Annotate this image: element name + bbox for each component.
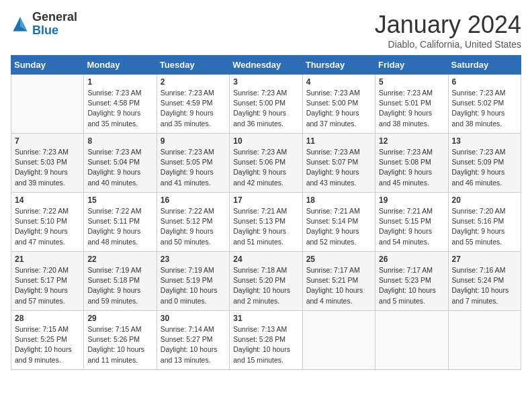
calendar-cell: 26Sunrise: 7:17 AM Sunset: 5:23 PM Dayli…	[375, 252, 448, 311]
header-day-wednesday: Wednesday	[230, 56, 302, 75]
calendar-cell: 7Sunrise: 7:23 AM Sunset: 5:03 PM Daylig…	[11, 134, 84, 193]
calendar-cell: 24Sunrise: 7:18 AM Sunset: 5:20 PM Dayli…	[230, 252, 302, 311]
header-day-sunday: Sunday	[11, 56, 84, 75]
calendar-cell: 30Sunrise: 7:14 AM Sunset: 5:27 PM Dayli…	[157, 311, 229, 370]
cell-content: Sunrise: 7:21 AM Sunset: 5:15 PM Dayligh…	[379, 206, 444, 247]
calendar-body: 1Sunrise: 7:23 AM Sunset: 4:58 PM Daylig…	[11, 75, 521, 370]
calendar-cell	[375, 311, 448, 370]
cell-content: Sunrise: 7:14 AM Sunset: 5:27 PM Dayligh…	[161, 324, 226, 365]
day-number: 11	[306, 136, 371, 146]
day-number: 12	[379, 136, 444, 146]
day-number: 19	[379, 195, 444, 205]
week-row-1: 1Sunrise: 7:23 AM Sunset: 4:58 PM Daylig…	[11, 75, 521, 134]
cell-content: Sunrise: 7:20 AM Sunset: 5:17 PM Dayligh…	[15, 265, 80, 306]
cell-content: Sunrise: 7:22 AM Sunset: 5:10 PM Dayligh…	[15, 206, 80, 247]
day-number: 1	[87, 77, 152, 87]
calendar-title: January 2024	[375, 11, 521, 39]
cell-content: Sunrise: 7:22 AM Sunset: 5:11 PM Dayligh…	[87, 206, 152, 247]
cell-content: Sunrise: 7:21 AM Sunset: 5:14 PM Dayligh…	[306, 206, 371, 247]
calendar-cell: 28Sunrise: 7:15 AM Sunset: 5:25 PM Dayli…	[11, 311, 84, 370]
calendar-cell	[11, 75, 84, 134]
calendar-cell: 27Sunrise: 7:16 AM Sunset: 5:24 PM Dayli…	[448, 252, 521, 311]
day-number: 3	[233, 77, 298, 87]
day-number: 7	[15, 136, 80, 146]
day-number: 26	[379, 255, 444, 264]
calendar-header: SundayMondayTuesdayWednesdayThursdayFrid…	[11, 56, 521, 75]
week-row-3: 14Sunrise: 7:22 AM Sunset: 5:10 PM Dayli…	[11, 193, 521, 252]
logo-icon	[11, 15, 30, 34]
day-number: 24	[233, 255, 298, 264]
day-number: 15	[87, 195, 152, 205]
cell-content: Sunrise: 7:13 AM Sunset: 5:28 PM Dayligh…	[233, 324, 298, 365]
logo-general-text: General	[32, 10, 77, 24]
day-number: 29	[87, 314, 152, 323]
week-row-2: 7Sunrise: 7:23 AM Sunset: 5:03 PM Daylig…	[11, 134, 521, 193]
calendar-cell: 18Sunrise: 7:21 AM Sunset: 5:14 PM Dayli…	[302, 193, 375, 252]
calendar-cell: 22Sunrise: 7:19 AM Sunset: 5:18 PM Dayli…	[84, 252, 157, 311]
cell-content: Sunrise: 7:23 AM Sunset: 5:09 PM Dayligh…	[452, 147, 517, 188]
day-number: 13	[452, 136, 517, 146]
header-day-thursday: Thursday	[302, 56, 375, 75]
cell-content: Sunrise: 7:23 AM Sunset: 5:00 PM Dayligh…	[233, 88, 298, 129]
calendar-cell: 4Sunrise: 7:23 AM Sunset: 5:00 PM Daylig…	[302, 75, 375, 134]
logo-blue-text: Blue	[32, 24, 58, 37]
day-number: 6	[452, 77, 517, 87]
cell-content: Sunrise: 7:19 AM Sunset: 5:19 PM Dayligh…	[161, 265, 226, 306]
day-number: 16	[161, 195, 226, 205]
cell-content: Sunrise: 7:16 AM Sunset: 5:24 PM Dayligh…	[452, 265, 517, 306]
cell-content: Sunrise: 7:18 AM Sunset: 5:20 PM Dayligh…	[233, 265, 298, 306]
day-number: 14	[15, 195, 80, 205]
calendar-cell: 13Sunrise: 7:23 AM Sunset: 5:09 PM Dayli…	[448, 134, 521, 193]
calendar-cell: 23Sunrise: 7:19 AM Sunset: 5:19 PM Dayli…	[157, 252, 229, 311]
day-number: 8	[87, 136, 152, 146]
calendar-cell: 9Sunrise: 7:23 AM Sunset: 5:05 PM Daylig…	[157, 134, 229, 193]
calendar-cell: 31Sunrise: 7:13 AM Sunset: 5:28 PM Dayli…	[230, 311, 302, 370]
calendar-cell: 8Sunrise: 7:23 AM Sunset: 5:04 PM Daylig…	[84, 134, 157, 193]
cell-content: Sunrise: 7:22 AM Sunset: 5:12 PM Dayligh…	[161, 206, 226, 247]
day-number: 21	[15, 255, 80, 264]
calendar-cell: 1Sunrise: 7:23 AM Sunset: 4:58 PM Daylig…	[84, 75, 157, 134]
day-number: 5	[379, 77, 444, 87]
day-number: 27	[452, 255, 517, 264]
day-number: 25	[306, 255, 371, 264]
day-number: 4	[306, 77, 371, 87]
calendar-cell: 21Sunrise: 7:20 AM Sunset: 5:17 PM Dayli…	[11, 252, 84, 311]
calendar-cell: 15Sunrise: 7:22 AM Sunset: 5:11 PM Dayli…	[84, 193, 157, 252]
calendar-cell: 17Sunrise: 7:21 AM Sunset: 5:13 PM Dayli…	[230, 193, 302, 252]
cell-content: Sunrise: 7:15 AM Sunset: 5:25 PM Dayligh…	[15, 324, 80, 365]
cell-content: Sunrise: 7:23 AM Sunset: 5:01 PM Dayligh…	[379, 88, 444, 129]
day-number: 2	[161, 77, 226, 87]
calendar-cell: 10Sunrise: 7:23 AM Sunset: 5:06 PM Dayli…	[230, 134, 302, 193]
cell-content: Sunrise: 7:23 AM Sunset: 5:04 PM Dayligh…	[87, 147, 152, 188]
cell-content: Sunrise: 7:23 AM Sunset: 5:02 PM Dayligh…	[452, 88, 517, 129]
calendar-table: SundayMondayTuesdayWednesdayThursdayFrid…	[11, 55, 521, 370]
calendar-cell: 20Sunrise: 7:20 AM Sunset: 5:16 PM Dayli…	[448, 193, 521, 252]
calendar-cell: 29Sunrise: 7:15 AM Sunset: 5:26 PM Dayli…	[84, 311, 157, 370]
cell-content: Sunrise: 7:23 AM Sunset: 5:07 PM Dayligh…	[306, 147, 371, 188]
header-day-tuesday: Tuesday	[157, 56, 229, 75]
calendar-cell	[448, 311, 521, 370]
cell-content: Sunrise: 7:23 AM Sunset: 5:06 PM Dayligh…	[233, 147, 298, 188]
calendar-cell	[302, 311, 375, 370]
header-day-monday: Monday	[84, 56, 157, 75]
cell-content: Sunrise: 7:19 AM Sunset: 5:18 PM Dayligh…	[87, 265, 152, 306]
cell-content: Sunrise: 7:23 AM Sunset: 4:59 PM Dayligh…	[161, 88, 226, 129]
day-number: 31	[233, 314, 298, 323]
calendar-cell: 11Sunrise: 7:23 AM Sunset: 5:07 PM Dayli…	[302, 134, 375, 193]
calendar-cell: 12Sunrise: 7:23 AM Sunset: 5:08 PM Dayli…	[375, 134, 448, 193]
week-row-5: 28Sunrise: 7:15 AM Sunset: 5:25 PM Dayli…	[11, 311, 521, 370]
calendar-cell: 2Sunrise: 7:23 AM Sunset: 4:59 PM Daylig…	[157, 75, 229, 134]
calendar-cell: 19Sunrise: 7:21 AM Sunset: 5:15 PM Dayli…	[375, 193, 448, 252]
day-number: 10	[233, 136, 298, 146]
logo: General Blue	[11, 11, 77, 38]
calendar-cell: 3Sunrise: 7:23 AM Sunset: 5:00 PM Daylig…	[230, 75, 302, 134]
cell-content: Sunrise: 7:17 AM Sunset: 5:21 PM Dayligh…	[306, 265, 371, 306]
day-number: 9	[161, 136, 226, 146]
cell-content: Sunrise: 7:23 AM Sunset: 4:58 PM Dayligh…	[87, 88, 152, 129]
cell-content: Sunrise: 7:21 AM Sunset: 5:13 PM Dayligh…	[233, 206, 298, 247]
calendar-cell: 5Sunrise: 7:23 AM Sunset: 5:01 PM Daylig…	[375, 75, 448, 134]
title-block: January 2024 Diablo, California, United …	[375, 11, 521, 50]
calendar-cell: 16Sunrise: 7:22 AM Sunset: 5:12 PM Dayli…	[157, 193, 229, 252]
cell-content: Sunrise: 7:23 AM Sunset: 5:00 PM Dayligh…	[306, 88, 371, 129]
day-number: 30	[161, 314, 226, 323]
